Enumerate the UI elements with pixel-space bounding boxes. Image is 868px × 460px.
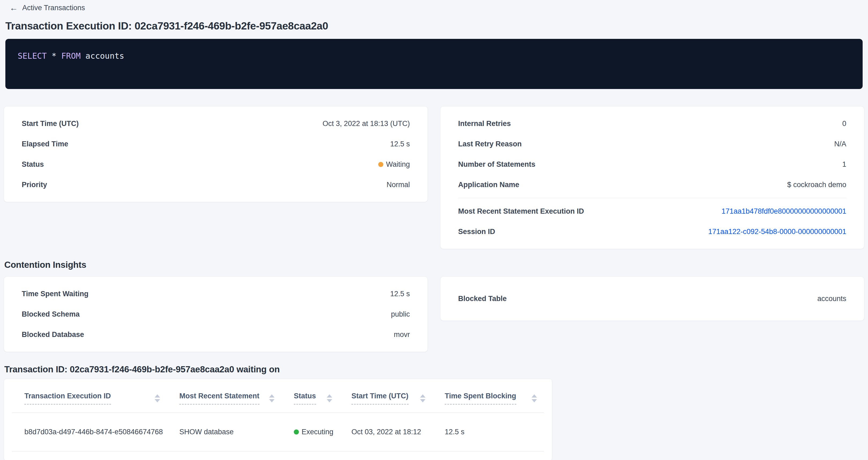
- session-id-link[interactable]: 171aa122-c092-54b8-0000-000000000001: [708, 227, 846, 236]
- status-text: Executing: [302, 428, 334, 436]
- column-header-time-spent-blocking[interactable]: Time Spent Blocking: [432, 379, 544, 413]
- sql-statement-box: SELECT * FROM accounts: [5, 39, 863, 89]
- row-label: Blocked Database: [22, 331, 84, 339]
- row-value: 12.5 s: [390, 140, 410, 148]
- row-start-time-utc: Start Time (UTC) Oct 3, 2022 at 18:13 (U…: [22, 113, 410, 134]
- column-label: Time Spent Blocking: [445, 392, 516, 404]
- sort-arrows-icon: [269, 394, 275, 402]
- table-row: b8d7d03a-d497-446b-8474-e50846674768 SHO…: [12, 413, 544, 452]
- cell-start-time: Oct 03, 2022 at 18:12: [339, 413, 432, 452]
- row-blocked-table: Blocked Table accounts: [458, 288, 846, 309]
- contention-insights-heading: Contention Insights: [4, 260, 868, 270]
- column-header-status[interactable]: Status: [281, 379, 339, 413]
- status-badge: Waiting: [378, 160, 410, 168]
- contention-details-card: Time Spent Waiting 12.5 s Blocked Schema…: [4, 276, 428, 352]
- cell-time-spent-blocking: 12.5 s: [432, 413, 544, 452]
- row-most-recent-statement-execution-id: Most Recent Statement Execution ID 171aa…: [458, 201, 846, 221]
- row-label: Session ID: [458, 227, 495, 236]
- card-divider: [458, 198, 846, 198]
- transaction-summary-card: Start Time (UTC) Oct 3, 2022 at 18:13 (U…: [4, 106, 428, 202]
- row-blocked-schema: Blocked Schema public: [22, 304, 410, 324]
- column-label: Most Recent Statement: [179, 392, 259, 404]
- back-arrow-icon: ←: [10, 4, 18, 12]
- executing-status-dot-icon: [294, 429, 299, 434]
- table-header-row: Transaction Execution ID Most Recent Sta…: [12, 379, 544, 413]
- row-number-of-statements: Number of Statements 1: [458, 154, 846, 175]
- column-label: Start Time (UTC): [351, 392, 408, 404]
- transaction-details-page: ← Active Transactions Transaction Execut…: [0, 0, 868, 460]
- waiting-on-heading: Transaction ID: 02ca7931-f246-469b-b2fe-…: [4, 364, 868, 374]
- row-status: Status Waiting: [22, 154, 410, 175]
- statement-summary-card: Internal Retries 0 Last Retry Reason N/A…: [440, 106, 864, 249]
- row-value: public: [391, 310, 410, 318]
- row-value: N/A: [834, 140, 846, 148]
- sort-arrows-icon: [327, 394, 332, 402]
- contention-section: Time Spent Waiting 12.5 s Blocked Schema…: [4, 276, 864, 352]
- row-label: Blocked Schema: [22, 310, 80, 318]
- row-application-name: Application Name $ cockroach demo: [458, 175, 846, 195]
- row-value: $ cockroach demo: [787, 181, 846, 189]
- back-to-active-transactions-link[interactable]: ← Active Transactions: [10, 4, 85, 12]
- row-value: Oct 3, 2022 at 18:13 (UTC): [322, 120, 410, 128]
- row-label: Most Recent Statement Execution ID: [458, 207, 584, 216]
- row-session-id: Session ID 171aa122-c092-54b8-0000-00000…: [458, 221, 846, 242]
- back-link-label: Active Transactions: [22, 4, 85, 12]
- row-label: Time Spent Waiting: [22, 290, 89, 298]
- status-text: Waiting: [386, 160, 410, 168]
- sql-text: accounts: [81, 51, 124, 61]
- blocked-table-card: Blocked Table accounts: [440, 276, 864, 321]
- row-blocked-database: Blocked Database movr: [22, 324, 410, 345]
- row-value: Normal: [386, 181, 410, 189]
- waiting-on-table: Transaction Execution ID Most Recent Sta…: [12, 379, 544, 452]
- row-internal-retries: Internal Retries 0: [458, 113, 846, 134]
- row-value: 12.5 s: [390, 290, 410, 298]
- page-title: Transaction Execution ID: 02ca7931-f246-…: [5, 20, 863, 32]
- row-time-spent-waiting: Time Spent Waiting 12.5 s: [22, 284, 410, 304]
- column-header-most-recent-statement[interactable]: Most Recent Statement: [167, 379, 281, 413]
- statement-execution-id-link[interactable]: 171aa1b478fdf0e80000000000000001: [722, 207, 846, 216]
- row-label: Number of Statements: [458, 160, 535, 168]
- row-value: accounts: [817, 295, 846, 303]
- row-last-retry-reason: Last Retry Reason N/A: [458, 134, 846, 154]
- row-label: Priority: [22, 181, 47, 189]
- column-label: Transaction Execution ID: [24, 392, 111, 404]
- sort-arrows-icon: [155, 394, 160, 402]
- row-label: Start Time (UTC): [22, 120, 79, 128]
- row-label: Internal Retries: [458, 120, 511, 128]
- waiting-on-table-card: Transaction Execution ID Most Recent Sta…: [4, 379, 552, 460]
- sql-keyword: FROM: [61, 51, 81, 61]
- row-label: Status: [22, 160, 44, 168]
- row-label: Blocked Table: [458, 295, 507, 303]
- column-header-transaction-execution-id[interactable]: Transaction Execution ID: [12, 379, 167, 413]
- cell-transaction-execution-id: b8d7d03a-d497-446b-8474-e50846674768: [12, 413, 167, 452]
- row-priority: Priority Normal: [22, 175, 410, 195]
- sort-arrows-icon: [420, 394, 426, 402]
- row-value: 1: [842, 160, 846, 168]
- column-header-start-time-utc[interactable]: Start Time (UTC): [339, 379, 432, 413]
- cell-most-recent-statement: SHOW database: [167, 413, 281, 452]
- sql-text: *: [46, 51, 61, 61]
- cell-status: Executing: [281, 413, 339, 452]
- column-label: Status: [294, 392, 316, 404]
- row-elapsed-time: Elapsed Time 12.5 s: [22, 134, 410, 154]
- sql-keyword: SELECT: [18, 51, 46, 61]
- row-label: Application Name: [458, 181, 519, 189]
- row-value: movr: [394, 331, 410, 339]
- sort-arrows-icon: [532, 394, 537, 402]
- row-value: 0: [842, 120, 846, 128]
- summary-section: Start Time (UTC) Oct 3, 2022 at 18:13 (U…: [4, 106, 864, 249]
- waiting-status-dot-icon: [378, 162, 383, 167]
- row-label: Last Retry Reason: [458, 140, 522, 148]
- row-label: Elapsed Time: [22, 140, 68, 148]
